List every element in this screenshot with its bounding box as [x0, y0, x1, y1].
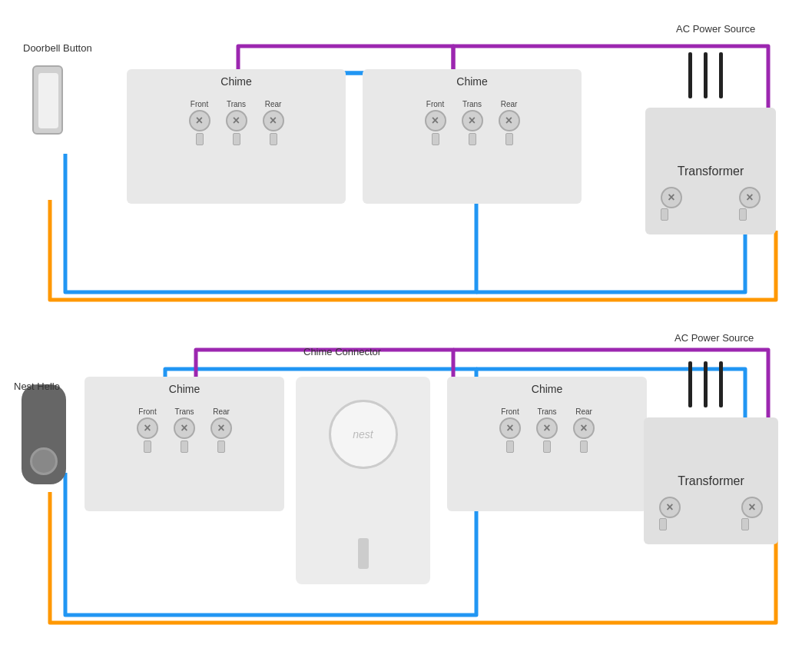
bottom-transformer-label: Transformer: [678, 474, 744, 488]
bottom-chime1-label: Chime: [169, 383, 200, 395]
wiring-diagram: Doorbell Button Chime Front Trans Rear: [0, 0, 812, 655]
nest-hello-device: [22, 384, 66, 484]
chime-connector-area: nest: [296, 377, 430, 584]
top-chime2-trans-terminal: Trans: [462, 100, 483, 145]
bottom-ac-power-label: AC Power Source: [674, 332, 754, 345]
nest-hello-camera: [30, 447, 58, 475]
bottom-chime2-box: Chime Front Trans Rear: [447, 377, 647, 511]
bottom-transformer-terminal-left: [659, 497, 681, 530]
bottom-ac-line2: [704, 361, 708, 407]
doorbell-button: [32, 65, 63, 135]
top-transformer-label: Transformer: [678, 165, 744, 178]
nest-hello-label: Nest Hello: [14, 381, 60, 394]
bottom-transformer-box: Transformer: [644, 417, 778, 544]
top-ac-line2: [704, 52, 708, 98]
chime-connector-label: Chime Connector: [303, 346, 381, 359]
top-chime1-trans-terminal: Trans: [226, 100, 247, 145]
top-chime1-box: Chime Front Trans Rear: [127, 69, 346, 204]
bottom-chime2-front-terminal: Front: [499, 407, 521, 453]
doorbell-button-label: Doorbell Button: [23, 42, 92, 55]
top-ac-line1: [688, 52, 692, 98]
top-chime2-terminals: Front Trans Rear: [425, 100, 520, 145]
bottom-chime1-trans-terminal: Trans: [174, 407, 195, 453]
connector-wire-exit: [358, 538, 369, 569]
top-chime1-front-terminal: Front: [189, 100, 210, 145]
top-chime2-rear-terminal: Rear: [499, 100, 520, 145]
top-ac-power-label: AC Power Source: [676, 23, 755, 36]
top-chime2-front-terminal: Front: [425, 100, 446, 145]
chime-connector-circle: nest: [329, 400, 398, 469]
top-chime1-label: Chime: [220, 75, 251, 88]
bottom-chime1-front-terminal: Front: [137, 407, 158, 453]
top-chime2-box: Chime Front Trans Rear: [363, 69, 582, 204]
bottom-chime1-box: Chime Front Trans Rear: [85, 377, 284, 511]
top-transformer-terminal-right: [739, 187, 761, 221]
top-transformer-terminal-left: [661, 187, 682, 221]
bottom-ac-line3: [719, 361, 723, 407]
top-chime1-terminals: Front Trans Rear: [189, 100, 284, 145]
bottom-ac-line1: [688, 361, 692, 407]
bottom-chime2-rear-terminal: Rear: [573, 407, 595, 453]
bottom-chime1-rear-terminal: Rear: [210, 407, 232, 453]
top-ac-line3: [719, 52, 723, 98]
bottom-chime2-label: Chime: [532, 383, 562, 395]
top-chime1-rear-terminal: Rear: [263, 100, 284, 145]
top-chime2-label: Chime: [456, 75, 487, 88]
bottom-chime2-terminals: Front Trans Rear: [499, 407, 595, 453]
bottom-transformer-terminal-right: [741, 497, 763, 530]
bottom-chime2-trans-terminal: Trans: [536, 407, 558, 453]
top-transformer-box: Transformer: [645, 108, 776, 234]
bottom-chime1-terminals: Front Trans Rear: [137, 407, 232, 453]
